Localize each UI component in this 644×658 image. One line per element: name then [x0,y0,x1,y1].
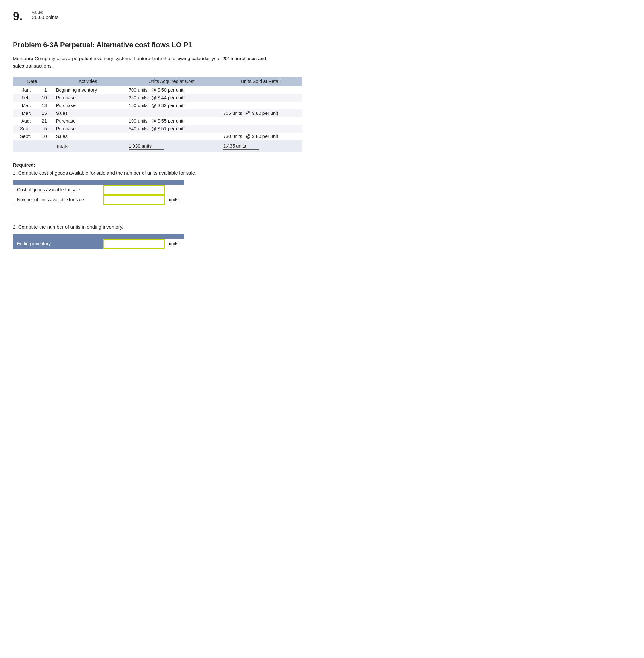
ending-header-row [13,234,184,239]
row-acquired [124,133,219,140]
ending-col-unit [165,234,184,239]
item2-text: Compute the number of units in ending in… [18,224,123,230]
value-amount: 36.00 points [32,15,59,20]
totals-acquired: 1,930 units [124,140,219,152]
row-day: 10 [36,94,51,102]
units-input-cell[interactable] [103,195,165,205]
units-unit: units [165,195,184,205]
header-units-sold: Units Sold at Retail [219,76,302,86]
table-row: Ending inventory units [13,239,184,249]
item1-text: Compute cost of goods available for sale… [18,170,197,175]
question-header: 9. value: 36.00 points [13,10,631,29]
row-acquired [124,109,219,117]
table-row: Sept. 5 Purchase 540 units @ $ 51 per un… [13,125,302,133]
item1-number: 1. [13,170,17,175]
col-header-label [13,180,103,185]
input-table-header-row [13,180,184,185]
row-activity: Sales [51,133,124,140]
table-row: Sept. 10 Sales 730 units @ $ 80 per unit [13,133,302,140]
row-sold [219,86,302,94]
required-item-1: 1. Compute cost of goods available for s… [13,170,631,205]
row-date: Aug. [13,117,36,125]
ending-input[interactable] [103,239,165,249]
table-row: Cost of goods available for sale [13,185,184,195]
ending-label: Ending inventory [13,239,103,249]
row-activity: Purchase [51,125,124,133]
col-header-value [103,180,165,185]
transactions-table: Date Activities Units Acquired at Cost U… [13,76,302,152]
row-date: Mar. [13,102,36,109]
table-row: Number of units available for sale units [13,195,184,205]
problem-description: Montoure Company uses a perpetual invent… [13,55,277,69]
row-day: 5 [36,125,51,133]
row-activity: Purchase [51,94,124,102]
row-sold: 705 units @ $ 80 per unit [219,109,302,117]
row-acquired: 350 units @ $ 44 per unit [124,94,219,102]
ending-col-input [103,234,165,239]
units-label: Number of units available for sale [13,195,103,205]
row-acquired: 700 units @ $ 50 per unit [124,86,219,94]
row-date: Feb. [13,94,36,102]
header-units-acquired: Units Acquired at Cost [124,76,219,86]
required-label: Required: [13,162,631,168]
value-label: value: [32,10,59,15]
input-table-1: Cost of goods available for sale Number … [13,180,184,205]
row-day: 13 [36,102,51,109]
cost-input-cell[interactable] [103,185,165,195]
totals-date [13,140,51,152]
table-row: Jan. 1 Beginning inventory 700 units @ $… [13,86,302,94]
row-date: Sept. [13,133,36,140]
row-day: 21 [36,117,51,125]
row-sold [219,94,302,102]
units-input[interactable] [103,195,165,205]
ending-unit: units [165,239,184,249]
question-number: 9. [13,10,23,23]
col-header-unit [165,180,184,185]
row-date: Mar. [13,109,36,117]
table-header-row: Date Activities Units Acquired at Cost U… [13,76,302,86]
row-activity: Purchase [51,117,124,125]
totals-acquired-value: 1,930 units [129,143,164,150]
item2-number: 2. [13,224,17,230]
ending-col-label [13,234,103,239]
row-activity: Beginning inventory [51,86,124,94]
row-day: 15 [36,109,51,117]
table-row: Feb. 10 Purchase 350 units @ $ 44 per un… [13,94,302,102]
totals-row: Totals 1,930 units 1,435 units [13,140,302,152]
required-section: Required: 1. Compute cost of goods avail… [13,162,631,249]
cost-unit [165,185,184,195]
ending-input-cell[interactable] [103,239,165,249]
table-row: Mar. 15 Sales 705 units @ $ 80 per unit [13,109,302,117]
row-date: Jan. [13,86,36,94]
row-day: 1 [36,86,51,94]
question-value-block: value: 36.00 points [32,10,59,20]
row-acquired: 190 units @ $ 55 per unit [124,117,219,125]
row-sold [219,102,302,109]
required-item-2: 2. Compute the number of units in ending… [13,224,631,249]
row-activity: Sales [51,109,124,117]
row-acquired: 540 units @ $ 51 per unit [124,125,219,133]
row-date: Sept. [13,125,36,133]
row-sold [219,125,302,133]
cost-input[interactable] [103,185,165,194]
problem-title: Problem 6-3A Perpetual: Alternative cost… [13,41,631,49]
totals-sold: 1,435 units [219,140,302,152]
totals-label: Totals [51,140,124,152]
header-date: Date [13,76,51,86]
row-acquired: 150 units @ $ 32 per unit [124,102,219,109]
row-sold [219,117,302,125]
header-activities: Activities [51,76,124,86]
row-day: 10 [36,133,51,140]
row-sold: 730 units @ $ 80 per unit [219,133,302,140]
row-activity: Purchase [51,102,124,109]
table-row: Mar. 13 Purchase 150 units @ $ 32 per un… [13,102,302,109]
table-row: Aug. 21 Purchase 190 units @ $ 55 per un… [13,117,302,125]
cost-label: Cost of goods available for sale [13,185,103,195]
ending-table: Ending inventory units [13,234,184,249]
totals-sold-value: 1,435 units [223,143,259,150]
